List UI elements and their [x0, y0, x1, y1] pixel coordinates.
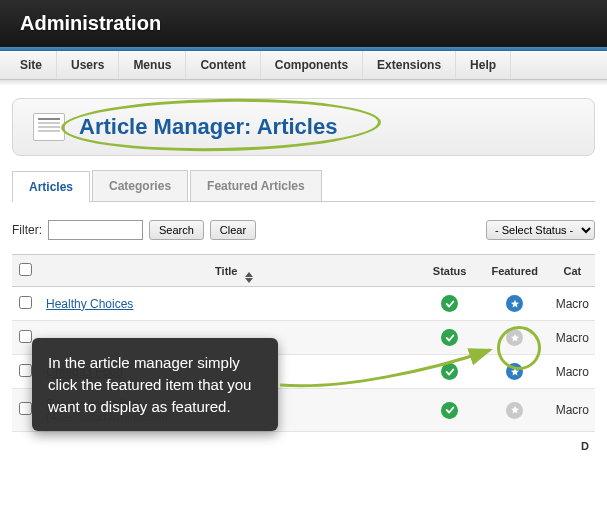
- status-select[interactable]: - Select Status -: [486, 220, 595, 240]
- admin-title: Administration: [20, 12, 161, 34]
- menu-components[interactable]: Components: [261, 51, 363, 79]
- table-row: Healthy ChoicesMacro: [12, 287, 595, 321]
- row-checkbox[interactable]: [19, 402, 32, 415]
- featured-toggle-icon[interactable]: [506, 402, 523, 419]
- filter-input[interactable]: [48, 220, 143, 240]
- clear-button[interactable]: Clear: [210, 220, 256, 240]
- menu-extensions[interactable]: Extensions: [363, 51, 456, 79]
- filter-label: Filter:: [12, 223, 42, 237]
- tab-categories[interactable]: Categories: [92, 170, 188, 201]
- page-title: Article Manager: Articles: [79, 114, 337, 140]
- admin-header: Administration: [0, 0, 607, 47]
- featured-toggle-icon[interactable]: [506, 329, 523, 346]
- row-category: Macro: [550, 355, 595, 389]
- row-title-link[interactable]: Healthy Choices: [46, 297, 133, 311]
- tab-featured[interactable]: Featured Articles: [190, 170, 322, 201]
- menu-site[interactable]: Site: [6, 51, 57, 79]
- featured-toggle-icon[interactable]: [506, 295, 523, 312]
- menu-users[interactable]: Users: [57, 51, 119, 79]
- table-header-row: Title Status Featured Cat: [12, 255, 595, 287]
- sub-tabs: Articles Categories Featured Articles: [12, 170, 595, 202]
- filter-bar: Filter: Search Clear - Select Status -: [12, 220, 595, 240]
- articles-icon: [33, 113, 65, 141]
- featured-toggle-icon[interactable]: [506, 363, 523, 380]
- tab-articles[interactable]: Articles: [12, 171, 90, 202]
- row-checkbox[interactable]: [19, 330, 32, 343]
- main-menu: Site Users Menus Content Components Exte…: [0, 51, 607, 80]
- select-all-checkbox[interactable]: [19, 263, 32, 276]
- row-checkbox[interactable]: [19, 296, 32, 309]
- status-published-icon[interactable]: [441, 363, 458, 380]
- row-checkbox[interactable]: [19, 364, 32, 377]
- page-title-bar: Article Manager: Articles: [12, 98, 595, 156]
- status-published-icon[interactable]: [441, 402, 458, 419]
- menu-content[interactable]: Content: [186, 51, 260, 79]
- col-featured[interactable]: Featured: [480, 255, 550, 287]
- col-category[interactable]: Cat: [550, 255, 595, 287]
- shadow-divider: [0, 80, 607, 86]
- row-category: Macro: [550, 389, 595, 432]
- row-category: Macro: [550, 287, 595, 321]
- menu-help[interactable]: Help: [456, 51, 511, 79]
- col-status[interactable]: Status: [420, 255, 480, 287]
- col-title[interactable]: Title: [40, 255, 420, 287]
- footer-letter: D: [0, 432, 607, 452]
- search-button[interactable]: Search: [149, 220, 204, 240]
- status-published-icon[interactable]: [441, 329, 458, 346]
- filter-right: - Select Status -: [486, 220, 595, 240]
- row-category: Macro: [550, 321, 595, 355]
- menu-menus[interactable]: Menus: [119, 51, 186, 79]
- status-published-icon[interactable]: [441, 295, 458, 312]
- annotation-tooltip: In the article manager simply click the …: [32, 338, 278, 431]
